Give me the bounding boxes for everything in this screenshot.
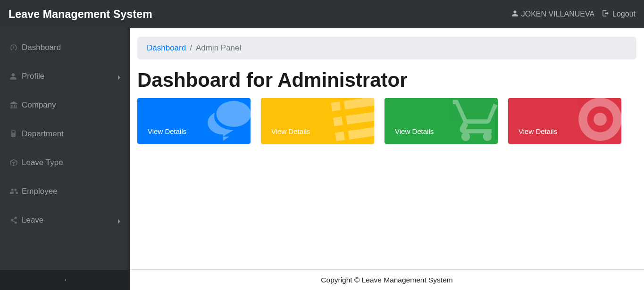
sidebar-item-label: Company [22, 100, 56, 110]
svg-point-0 [217, 101, 251, 127]
bank-icon [9, 101, 22, 109]
sidebar-item-leave-type[interactable]: Leave Type [0, 148, 130, 177]
card-label: View Details [395, 127, 434, 135]
card-label: View Details [148, 127, 186, 135]
share-icon [9, 216, 22, 224]
sidebar-item-label: Leave [22, 215, 43, 225]
app-brand: Leave Management System [8, 8, 152, 21]
sidebar-item-department[interactable]: Department [0, 119, 130, 148]
card-label: View Details [519, 127, 557, 135]
breadcrumb: Dashboard / Admin Panel [137, 37, 636, 59]
breadcrumb-current: Admin Panel [196, 43, 241, 53]
page-title: Dashboard for Administrator [137, 69, 636, 91]
sidebar-item-company[interactable]: Company [0, 91, 130, 119]
svg-rect-6 [348, 127, 374, 140]
card-blue[interactable]: View Details [137, 98, 251, 144]
topbar-right: JOKEN VILLANUEVA Logout [511, 9, 636, 19]
svg-rect-2 [344, 98, 374, 109]
body-row: Dashboard Profile Company Department [0, 28, 644, 290]
sidebar-item-label: Profile [22, 72, 44, 81]
sidebar-nav: Dashboard Profile Company Department [0, 28, 130, 270]
comments-icon [203, 98, 251, 144]
user-link[interactable]: JOKEN VILLANUEVA [511, 10, 594, 19]
user-icon [511, 10, 519, 19]
user-name: JOKEN VILLANUEVA [521, 10, 594, 18]
breadcrumb-link[interactable]: Dashboard [147, 43, 186, 53]
sidebar-item-profile[interactable]: Profile [0, 62, 130, 91]
card-yellow[interactable]: View Details [261, 98, 374, 144]
card-label: View Details [271, 127, 310, 135]
support-icon [574, 98, 621, 144]
tasks-icon [327, 98, 374, 144]
sidebar-item-dashboard[interactable]: Dashboard [0, 33, 130, 62]
sidebar-item-leave[interactable]: Leave [0, 206, 130, 234]
breadcrumb-separator: / [190, 43, 192, 53]
footer-text: Copyright © Leave Management System [321, 276, 452, 284]
users-icon [9, 187, 22, 196]
logout-link[interactable]: Logout [602, 9, 636, 19]
sidebar-item-label: Employee [22, 187, 58, 196]
svg-rect-1 [331, 101, 341, 111]
svg-rect-5 [335, 132, 345, 141]
sidebar-collapse-toggle[interactable] [0, 270, 130, 290]
user-icon [9, 73, 22, 80]
sidebar-item-label: Leave Type [22, 158, 63, 167]
cart-icon [451, 98, 498, 144]
box-icon [9, 158, 22, 167]
card-green[interactable]: View Details [385, 98, 498, 144]
logout-icon [602, 9, 610, 19]
sidebar-item-label: Dashboard [22, 43, 61, 52]
logout-label: Logout [612, 10, 636, 18]
topbar: Leave Management System JOKEN VILLANUEVA… [0, 0, 644, 28]
card-red[interactable]: View Details [508, 98, 621, 144]
svg-rect-4 [346, 112, 374, 124]
chevron-left-icon [63, 276, 67, 284]
svg-rect-3 [333, 116, 343, 126]
sidebar-item-employee[interactable]: Employee [0, 177, 130, 206]
clipboard-icon [9, 130, 22, 138]
cards-row: View Details View Details View Details [137, 98, 636, 144]
dashboard-icon [9, 43, 22, 52]
main-inner: Dashboard / Admin Panel Dashboard for Ad… [130, 28, 644, 152]
footer: Copyright © Leave Management System [130, 269, 644, 290]
main: Dashboard / Admin Panel Dashboard for Ad… [130, 28, 644, 290]
sidebar-item-label: Department [22, 129, 64, 139]
sidebar: Dashboard Profile Company Department [0, 28, 130, 290]
